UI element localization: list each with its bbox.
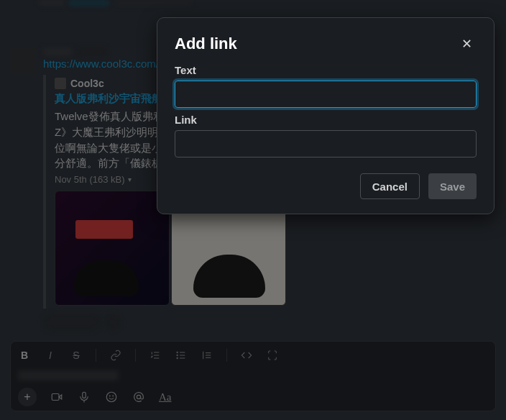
- close-icon[interactable]: ✕: [456, 34, 477, 54]
- add-link-modal: Add link ✕ Text Link Cancel Save: [157, 17, 494, 214]
- modal-overlay: Add link ✕ Text Link Cancel Save: [0, 0, 506, 420]
- save-button[interactable]: Save: [428, 173, 477, 199]
- modal-title: Add link: [175, 35, 237, 53]
- link-field-label: Link: [175, 114, 477, 126]
- cancel-button[interactable]: Cancel: [360, 173, 420, 199]
- link-input[interactable]: [175, 130, 477, 158]
- text-field-label: Text: [175, 64, 477, 76]
- text-input[interactable]: [175, 81, 477, 108]
